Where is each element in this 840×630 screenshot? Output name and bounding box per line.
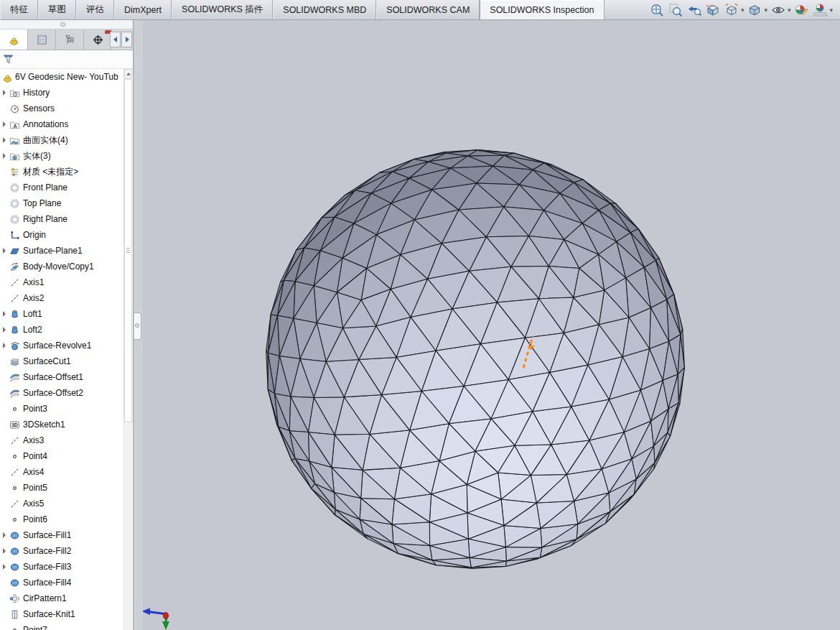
tree-item-surface-knit1[interactable]: Surface-Knit1 xyxy=(0,606,124,622)
tree-item-surface-fill1[interactable]: Surface-Fill1 xyxy=(0,527,124,543)
tree-item-surface-revolve1[interactable]: Surface-Revolve1 xyxy=(0,338,124,353)
command-tab-item[interactable]: 草图 xyxy=(38,0,76,19)
tree-item-3[interactable]: 实体(3) xyxy=(0,148,124,164)
sphere-mesh[interactable] xyxy=(266,150,685,569)
scrollbar-up-button[interactable] xyxy=(124,69,132,78)
tree-item-label: Surface-Knit1 xyxy=(23,609,75,619)
tree-item-point6[interactable]: Point6 xyxy=(0,511,124,527)
command-tab-solidworks-inspection[interactable]: SOLIDWORKS Inspection xyxy=(480,0,604,19)
z-axis-arrow xyxy=(143,608,150,616)
display-style-dropdown-caret[interactable]: ▾ xyxy=(764,1,767,19)
hide-show-items-dropdown-caret[interactable]: ▾ xyxy=(788,1,791,19)
section-view-button[interactable] xyxy=(704,1,722,19)
previous-view-button[interactable] xyxy=(685,1,704,19)
tree-item-cirpattern1[interactable]: CirPattern1 xyxy=(0,590,124,606)
expand-arrow[interactable] xyxy=(0,532,9,538)
propertymanager-tab[interactable] xyxy=(28,29,56,50)
tree-item-history[interactable]: History xyxy=(0,85,124,101)
panel-splitter[interactable] xyxy=(134,20,143,630)
tree-item-surface-fill4[interactable]: Surface-Fill4 xyxy=(0,575,124,590)
tree-item-label: Axis5 xyxy=(23,499,44,509)
tree-item-surface-fill2[interactable]: Surface-Fill2 xyxy=(0,543,124,559)
tree-item-right-plane[interactable]: Right Plane xyxy=(0,211,124,227)
tree-item-3dsketch1[interactable]: 3D3DSketch1 xyxy=(0,417,124,432)
zoom-to-fit-button[interactable] xyxy=(648,1,666,19)
point-icon xyxy=(9,483,20,494)
apply-scene-button[interactable] xyxy=(811,1,829,19)
panel-collapse-handle[interactable] xyxy=(134,312,141,340)
expand-arrow[interactable] xyxy=(0,248,9,254)
tree-item-label: 实体(3) xyxy=(23,150,51,162)
tree-item-surface-plane1[interactable]: Surface-Plane1 xyxy=(0,243,124,259)
tree-item-axis4[interactable]: Axis4 xyxy=(0,464,124,480)
display-style-button[interactable] xyxy=(745,1,764,19)
tree-item-axis3[interactable]: Axis3 xyxy=(0,432,124,448)
tree-item-item[interactable]: 材质 <未指定> xyxy=(0,164,124,180)
tree-item-loft1[interactable]: Loft1 xyxy=(0,306,124,322)
tree-root-item[interactable]: 6V Geodesic New- YouTub xyxy=(0,69,124,85)
tree-item-sensors[interactable]: Sensors xyxy=(0,101,124,116)
tree-item-annotations[interactable]: AAnnotations xyxy=(0,116,124,132)
panel-drag-handle[interactable] xyxy=(0,20,133,29)
tree-item-body-move-copy1[interactable]: Body-Move/Copy1 xyxy=(0,259,124,274)
expand-arrow[interactable] xyxy=(0,153,9,159)
manager-tab-nav xyxy=(109,32,132,47)
tree-item-axis5[interactable]: Axis5 xyxy=(0,496,124,511)
tree-item-top-plane[interactable]: Top Plane xyxy=(0,195,124,211)
tree-item-loft2[interactable]: Loft2 xyxy=(0,322,124,338)
expand-arrow[interactable] xyxy=(0,137,9,143)
tree-item-label: SurfaceCut1 xyxy=(23,356,71,366)
command-tab-item[interactable]: 特征 xyxy=(0,0,38,19)
surface-plane-icon xyxy=(9,246,20,256)
tree-scrollbar[interactable] xyxy=(123,69,132,630)
command-tab-solidworks-mbd[interactable]: SOLIDWORKS MBD xyxy=(273,0,376,19)
tree-item-surfacecut1[interactable]: SurfaceCut1 xyxy=(0,353,124,369)
manager-tab-next-button[interactable] xyxy=(121,32,132,47)
tree-item-point4[interactable]: Point4 xyxy=(0,448,124,464)
tree-item-point5[interactable]: Point5 xyxy=(0,480,124,496)
tree-item-axis1[interactable]: Axis1 xyxy=(0,274,124,290)
zoom-to-area-button[interactable] xyxy=(666,1,685,19)
surface-knit-icon xyxy=(9,609,20,620)
tree-item-point7[interactable]: Point7 xyxy=(0,622,124,630)
tree-item-label: Sensors xyxy=(23,103,55,114)
expand-arrow[interactable] xyxy=(0,548,9,554)
manager-tab-prev-button[interactable] xyxy=(110,32,121,47)
expand-arrow[interactable] xyxy=(0,90,9,96)
dimxpertmanager-icon xyxy=(93,34,103,45)
tree-item-surface-fill3[interactable]: Surface-Fill3 xyxy=(0,559,124,575)
expand-arrow[interactable] xyxy=(0,121,9,127)
command-tab-dimxpert[interactable]: DimXpert xyxy=(114,0,172,19)
filter-funnel-icon[interactable] xyxy=(2,53,14,65)
expand-arrow[interactable] xyxy=(0,327,9,333)
view-orientation-dropdown-caret[interactable]: ▾ xyxy=(741,1,745,19)
tree-item-point3[interactable]: Point3 xyxy=(0,401,124,417)
command-tab-item[interactable]: 评估 xyxy=(76,0,114,19)
tree-item-surface-offset1[interactable]: Surface-Offset1 xyxy=(0,369,124,385)
tree-item-label: Axis1 xyxy=(23,277,44,287)
apply-scene-dropdown-caret[interactable]: ▾ xyxy=(829,1,833,19)
scrollbar-thumb[interactable] xyxy=(124,79,132,422)
command-tab-solidworks-cam[interactable]: SOLIDWORKS CAM xyxy=(376,0,480,19)
tree-item-origin[interactable]: Origin xyxy=(0,227,124,243)
tree-item-4[interactable]: 曲面实体(4) xyxy=(0,132,124,148)
tree-item-label: CirPattern1 xyxy=(23,593,67,603)
command-tab-solidworks[interactable]: SOLIDWORKS 插件 xyxy=(172,0,273,19)
tree-item-axis2[interactable]: Axis2 xyxy=(0,290,124,306)
configurationmanager-tab[interactable] xyxy=(56,29,84,50)
geodesic-sphere-model[interactable] xyxy=(143,20,840,630)
tree-root-label: 6V Geodesic New- YouTub xyxy=(15,72,118,82)
plane-icon xyxy=(9,182,20,193)
edit-appearance-button[interactable] xyxy=(792,1,811,19)
expand-arrow[interactable] xyxy=(0,564,9,570)
point-icon xyxy=(9,514,20,525)
tree-item-front-plane[interactable]: Front Plane xyxy=(0,180,124,195)
tree-item-label: Annotations xyxy=(23,119,68,129)
expand-arrow[interactable] xyxy=(0,343,9,348)
view-orientation-button[interactable] xyxy=(722,1,741,19)
tree-item-surface-offset2[interactable]: Surface-Offset2 xyxy=(0,385,124,401)
hide-show-items-button[interactable] xyxy=(769,1,788,19)
graphics-viewport[interactable]: Z xyxy=(143,20,840,630)
featuremanager-design-tree-tab[interactable] xyxy=(0,29,28,50)
expand-arrow[interactable] xyxy=(0,311,9,317)
